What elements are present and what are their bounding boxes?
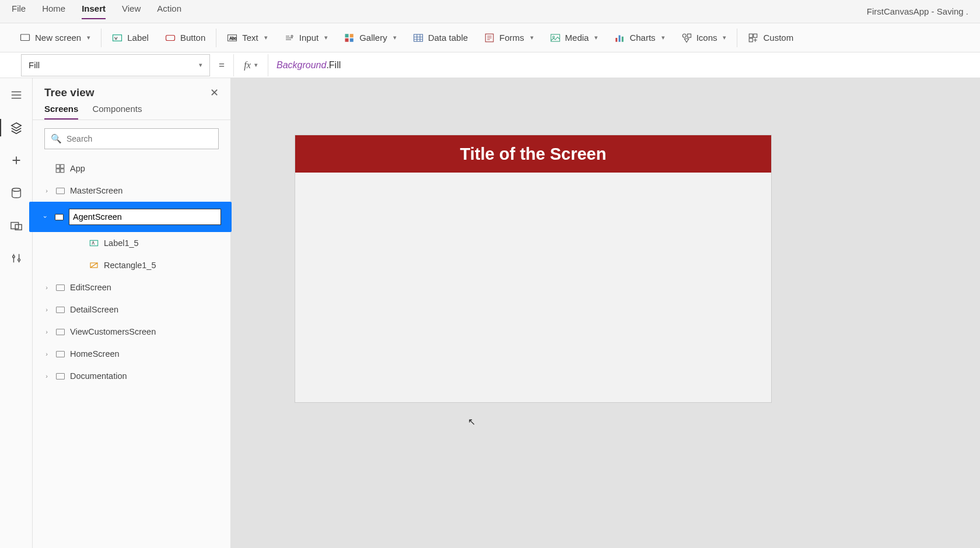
expand-icon[interactable]: › xyxy=(43,187,50,194)
svg-rect-14 xyxy=(616,38,618,42)
tree-node-masterscreen[interactable]: › MasterScreen xyxy=(33,180,230,202)
search-box[interactable]: 🔍 xyxy=(44,128,219,149)
cursor-icon: ↖ xyxy=(468,416,475,427)
ribbon-data-table[interactable]: Data table xyxy=(405,23,476,52)
ribbon-text[interactable]: Abc Text ▾ xyxy=(219,23,276,52)
tree-header: Tree view ✕ xyxy=(33,78,230,104)
chevron-down-icon: ▾ xyxy=(662,34,665,41)
tree-view-panel: Tree view ✕ Screens Components 🔍 App › M… xyxy=(33,78,231,548)
tree-node-viewcustomersscreen[interactable]: › ViewCustomersScreen xyxy=(33,321,230,343)
fx-button[interactable]: fx ▾ xyxy=(233,54,268,76)
tree-node-rectangle1-5[interactable]: Rectangle1_5 xyxy=(33,254,230,276)
rename-input[interactable] xyxy=(69,209,221,225)
tab-components[interactable]: Components xyxy=(92,104,142,120)
icons-icon xyxy=(681,33,692,43)
formula-input[interactable]: Background.Fill xyxy=(268,59,980,71)
ribbon-icons[interactable]: Icons ▾ xyxy=(673,23,735,52)
ribbon-media-label: Media xyxy=(565,33,589,43)
expand-icon[interactable]: › xyxy=(43,373,50,380)
menu-action[interactable]: Action xyxy=(157,3,181,19)
ribbon-icons-label: Icons xyxy=(696,33,718,43)
ribbon-charts[interactable]: Charts ▾ xyxy=(606,23,673,52)
screen-header-bar[interactable]: Title of the Screen xyxy=(295,135,771,173)
svg-rect-23 xyxy=(10,223,18,229)
tree-tabs: Screens Components xyxy=(33,104,230,120)
expand-icon[interactable]: › xyxy=(43,350,50,357)
ribbon-input-label: Input xyxy=(299,33,318,43)
ribbon-input[interactable]: Input ▾ xyxy=(276,23,336,52)
svg-rect-21 xyxy=(750,38,753,41)
ribbon-data-table-label: Data table xyxy=(428,33,468,43)
svg-rect-16 xyxy=(622,36,624,41)
chevron-down-icon: ▾ xyxy=(723,34,726,41)
chevron-down-icon: ▾ xyxy=(393,34,397,41)
menu-view[interactable]: View xyxy=(122,3,141,19)
svg-rect-8 xyxy=(345,38,349,41)
ribbon-charts-label: Charts xyxy=(629,33,655,43)
tab-screens[interactable]: Screens xyxy=(44,104,78,120)
tree-node-label1-5[interactable]: Label1_5 xyxy=(33,232,230,254)
button-icon xyxy=(165,33,176,43)
ribbon-text-label: Text xyxy=(242,33,258,43)
screen-icon xyxy=(20,33,30,43)
menu-bar: File Home Insert View Action FirstCanvas… xyxy=(0,0,980,23)
ribbon-custom[interactable]: Custom xyxy=(740,23,802,52)
data-icon[interactable] xyxy=(10,187,23,199)
ribbon-button[interactable]: Button xyxy=(157,23,214,52)
tree-node-homescreen[interactable]: › HomeScreen xyxy=(33,343,230,365)
tree-node-detailscreen[interactable]: › DetailScreen xyxy=(33,298,230,321)
tree-node-editscreen[interactable]: › EditScreen xyxy=(33,276,230,298)
menu-bar-items: File Home Insert View Action xyxy=(12,3,181,19)
hamburger-icon[interactable] xyxy=(10,89,23,101)
collapse-icon[interactable]: › xyxy=(42,213,49,220)
advanced-tools-icon[interactable] xyxy=(10,252,23,265)
svg-point-13 xyxy=(552,36,554,38)
insert-icon[interactable] xyxy=(10,154,23,167)
search-icon: 🔍 xyxy=(51,134,62,144)
tree-node-label: Rectangle1_5 xyxy=(104,261,156,270)
media-rail-icon[interactable] xyxy=(10,219,23,232)
close-icon[interactable]: ✕ xyxy=(210,86,219,99)
ribbon-gallery-label: Gallery xyxy=(359,33,387,43)
chevron-down-icon: ▾ xyxy=(87,34,90,41)
chevron-down-icon: ▾ xyxy=(254,61,258,69)
ribbon-media[interactable]: Media ▾ xyxy=(542,23,607,52)
svg-rect-7 xyxy=(350,34,354,37)
screen-icon xyxy=(55,185,65,196)
expand-icon[interactable]: › xyxy=(43,284,50,291)
ribbon-forms-label: Forms xyxy=(499,33,524,43)
tree-node-app[interactable]: App xyxy=(33,157,230,180)
property-name: Fill xyxy=(29,60,40,70)
tree-node-label: MasterScreen xyxy=(70,186,123,195)
tree-node-label: ViewCustomersScreen xyxy=(70,327,156,336)
svg-rect-29 xyxy=(56,169,60,173)
tree-node-documentation[interactable]: › Documentation xyxy=(33,365,230,387)
ribbon-new-screen[interactable]: New screen ▾ xyxy=(12,23,99,52)
ribbon-label[interactable]: Label xyxy=(104,23,157,52)
label-icon xyxy=(112,33,123,43)
svg-point-17 xyxy=(682,34,686,37)
ribbon-new-screen-label: New screen xyxy=(35,33,81,43)
tree-view-icon[interactable] xyxy=(10,121,23,134)
custom-icon xyxy=(748,33,758,43)
canvas-area[interactable]: Title of the Screen ↖ xyxy=(231,78,980,548)
ribbon: New screen ▾ Label Button Abc Text ▾ Inp… xyxy=(0,23,980,52)
chevron-down-icon: ▾ xyxy=(264,34,268,41)
property-selector[interactable]: Fill ▾ xyxy=(21,54,210,76)
tree-node-agentscreen-selected: › xyxy=(33,202,230,232)
ribbon-gallery[interactable]: Gallery ▾ xyxy=(336,23,405,52)
text-icon: Abc xyxy=(227,33,237,43)
menu-home[interactable]: Home xyxy=(42,3,65,19)
formula-property: .Fill xyxy=(326,60,341,70)
menu-insert[interactable]: Insert xyxy=(82,3,106,19)
label-control-icon xyxy=(89,238,99,248)
search-input[interactable] xyxy=(66,134,212,143)
expand-icon[interactable]: › xyxy=(43,306,50,313)
expand-icon[interactable]: › xyxy=(43,328,50,335)
ribbon-forms[interactable]: Forms ▾ xyxy=(476,23,542,52)
ribbon-label-text: Label xyxy=(127,33,149,43)
menu-file[interactable]: File xyxy=(12,3,26,19)
screen-icon xyxy=(55,371,65,381)
selection-highlight: › xyxy=(29,202,232,232)
screen-preview[interactable]: Title of the Screen xyxy=(295,135,771,402)
